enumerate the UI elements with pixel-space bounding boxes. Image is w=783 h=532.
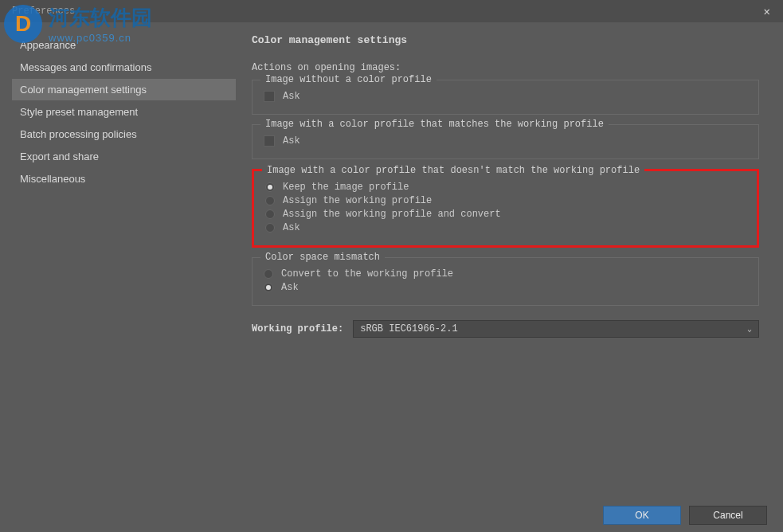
settings-panel: Color management settings Actions on ope… [236, 22, 783, 499]
checkbox-icon[interactable] [264, 91, 275, 102]
option-label: Ask [283, 222, 300, 233]
option-label: Ask [283, 135, 300, 147]
option-label: Ask [281, 282, 299, 293]
cancel-button[interactable]: Cancel [689, 506, 767, 525]
radio-icon[interactable] [264, 269, 273, 279]
legend-mismatch: Image with a color profile that doesn't … [262, 165, 644, 176]
option-label: Assign the working profile [283, 195, 432, 206]
fieldset-colorspace-mismatch: Color space mismatch Convert to the work… [252, 257, 759, 306]
legend-matching: Image with a color profile that matches … [260, 119, 609, 130]
sidebar-item-export[interactable]: Export and share [12, 146, 236, 167]
fieldset-mismatch-profile: Image with a color profile that doesn't … [252, 169, 759, 248]
option-keep[interactable]: Keep the image profile [265, 182, 746, 193]
chevron-down-icon: ⌄ [747, 324, 752, 334]
option-ask-1[interactable]: Ask [264, 91, 747, 102]
ok-button[interactable]: OK [603, 506, 681, 525]
radio-icon[interactable] [265, 196, 275, 205]
titlebar: Preferences ✕ [0, 0, 783, 22]
option-assign-convert[interactable]: Assign the working profile and convert [265, 209, 746, 220]
close-icon[interactable]: ✕ [758, 2, 777, 22]
radio-icon[interactable] [265, 223, 275, 233]
option-assign[interactable]: Assign the working profile [265, 195, 746, 206]
option-ask-3[interactable]: Ask [265, 222, 746, 233]
option-label: Convert to the working profile [281, 268, 453, 280]
sidebar-item-appearance[interactable]: Appearance [12, 34, 236, 56]
option-label: Ask [283, 91, 300, 102]
radio-icon[interactable] [264, 283, 273, 292]
checkbox-icon[interactable] [264, 135, 275, 147]
legend-colorspace: Color space mismatch [260, 252, 385, 263]
sidebar-item-messages[interactable]: Messages and confirmations [12, 57, 236, 78]
sidebar-item-color-management[interactable]: Color management settings [12, 79, 236, 100]
option-ask-2[interactable]: Ask [264, 135, 747, 147]
sidebar-item-style-preset[interactable]: Style preset management [12, 101, 236, 123]
radio-icon[interactable] [265, 182, 275, 192]
option-label: Assign the working profile and convert [283, 209, 501, 220]
option-label: Keep the image profile [283, 182, 409, 193]
actions-heading: Actions on opening images: [252, 62, 759, 73]
option-ask-4[interactable]: Ask [264, 282, 747, 293]
radio-icon[interactable] [265, 209, 275, 219]
select-value: sRGB IEC61966-2.1 [360, 323, 457, 334]
footer: OK Cancel [0, 499, 783, 532]
working-profile-row: Working profile: sRGB IEC61966-2.1 ⌄ [252, 320, 759, 338]
fieldset-no-profile: Image without a color profile Ask [252, 80, 759, 115]
sidebar: Appearance Messages and confirmations Co… [0, 22, 236, 499]
window-title: Preferences [12, 6, 75, 17]
sidebar-item-batch[interactable]: Batch processing policies [12, 123, 236, 145]
main: Appearance Messages and confirmations Co… [0, 22, 783, 499]
option-convert[interactable]: Convert to the working profile [264, 268, 747, 280]
legend-no-profile: Image without a color profile [260, 74, 437, 85]
panel-title: Color management settings [252, 34, 759, 46]
sidebar-item-miscellaneous[interactable]: Miscellaneous [12, 168, 236, 190]
fieldset-matching-profile: Image with a color profile that matches … [252, 124, 759, 159]
working-profile-select[interactable]: sRGB IEC61966-2.1 ⌄ [353, 320, 759, 338]
working-profile-label: Working profile: [252, 323, 343, 334]
